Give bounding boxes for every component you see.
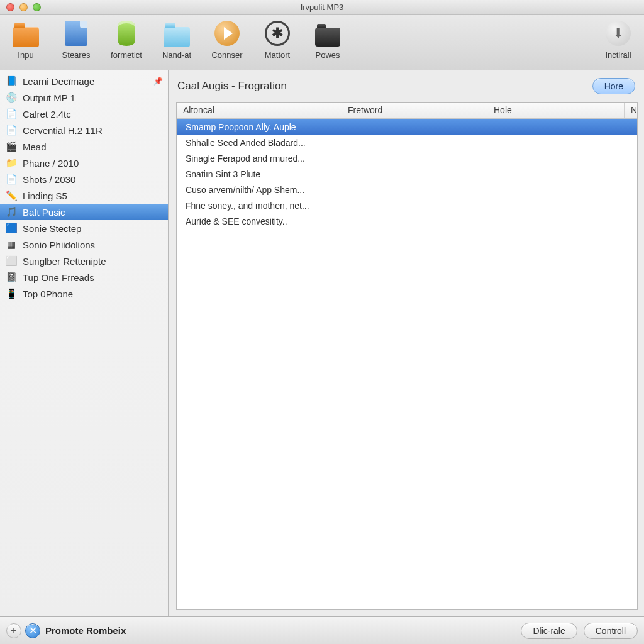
sidebar-item-label: Top 0Phone <box>23 289 73 299</box>
folder-cyan-icon <box>162 19 191 48</box>
cell-altoncal: Sinagle Ferapod and rmured... <box>177 153 341 164</box>
sidebar-icon: 📄 <box>5 174 18 185</box>
content: 📘Learni Decïmage📌💿Output MP 1📄Calret 2.4… <box>0 70 644 616</box>
sidebar-icon: 📱 <box>5 288 18 299</box>
bottombar: + ✕ Promote Rombeix Dlic-rale Controll <box>0 616 644 644</box>
toolbar-label: Inctirall <box>605 50 631 60</box>
toolbar-label: Nand-at <box>162 50 191 60</box>
titlebar: Irvpulit MP3 <box>0 0 644 15</box>
table-row[interactable]: Cuso arvem/nilth/ App Shem... <box>177 182 637 197</box>
toolbar-label: Steares <box>62 50 91 60</box>
sidebar-item-1[interactable]: 💿Output MP 1 <box>0 89 168 106</box>
sidebar-item-label: Linding S5 <box>23 191 67 201</box>
controll-button[interactable]: Controll <box>584 623 638 639</box>
remove-button[interactable]: ✕ <box>25 623 40 638</box>
sidebar-item-7[interactable]: ✏️Linding S5 <box>0 187 168 204</box>
sidebar-item-0[interactable]: 📘Learni Decïmage📌 <box>0 73 168 89</box>
toolbar-label: Inpu <box>18 50 33 60</box>
toolbar-item-steares[interactable]: Steares <box>54 19 98 60</box>
sidebar-item-6[interactable]: 📄Shots / 2030 <box>0 171 168 187</box>
sidebar-item-9[interactable]: 🟦Sonie Stectep <box>0 220 168 236</box>
sidebar-icon: 🎵 <box>5 206 18 218</box>
toolbar-label: Mattort <box>265 50 290 60</box>
page-title: Caal Augis - Frogration <box>177 80 287 92</box>
folder-orange-icon <box>11 19 40 48</box>
column-header[interactable]: Altoncal <box>177 103 341 118</box>
toolbar-item-inpu[interactable]: Inpu <box>4 19 48 60</box>
sidebar-item-label: Sunglber Rettenipte <box>23 256 106 267</box>
sidebar-item-label: Learni Decïmage <box>23 76 94 87</box>
sidebar: 📘Learni Decïmage📌💿Output MP 1📄Calret 2.4… <box>0 70 169 616</box>
table-row[interactable]: Shhalle Seed Anded Bladard... <box>177 135 637 150</box>
column-header[interactable]: Hole <box>487 103 625 118</box>
sidebar-item-label: Baft Pusic <box>23 207 65 218</box>
main-header: Caal Augis - Frogration Hore <box>169 70 644 102</box>
cylinder-green-icon <box>112 19 141 48</box>
sidebar-item-4[interactable]: 🎬Mead <box>0 138 168 155</box>
sidebar-icon: 📁 <box>5 157 18 169</box>
toolbar-item-connser[interactable]: Connser <box>205 19 249 60</box>
sidebar-icon: ✏️ <box>5 190 18 201</box>
column-header[interactable]: Fretword <box>341 103 487 118</box>
sidebar-item-8[interactable]: 🎵Baft Pusic <box>0 204 168 220</box>
sidebar-item-2[interactable]: 📄Calret 2.4tc <box>0 106 168 122</box>
toolbar-label: Powes <box>315 50 340 60</box>
add-button[interactable]: + <box>6 623 21 638</box>
cell-altoncal: Shhalle Seed Anded Bladard... <box>177 138 341 148</box>
cell-altoncal: Smamp Poopoon Ally. Auple <box>177 122 341 132</box>
window-title: Irvpulit MP3 <box>0 3 644 12</box>
toolbar-item-inctirall[interactable]: ⬇ Inctirall <box>596 19 640 60</box>
sidebar-item-10[interactable]: ▦Sonio Phiidolions <box>0 236 168 253</box>
sidebar-item-label: Phane / 2010 <box>23 158 79 169</box>
toolbar-item-nand-at[interactable]: Nand-at <box>155 19 199 60</box>
sidebar-icon: ⬜ <box>5 255 18 267</box>
sidebar-icon: 🎬 <box>5 141 18 152</box>
sidebar-icon: ▦ <box>5 239 18 250</box>
download-icon: ⬇ <box>604 19 633 48</box>
sidebar-icon: 📘 <box>5 75 18 87</box>
cell-altoncal: Auride & SEE convesitity.. <box>177 216 341 226</box>
hore-button[interactable]: Hore <box>592 78 635 94</box>
sidebar-item-13[interactable]: 📱Top 0Phone <box>0 286 168 302</box>
toolbar: InpuStearesformetictNand-atConnser✱Matto… <box>0 15 644 70</box>
sidebar-item-label: Tup One Frreads <box>23 272 94 283</box>
sidebar-item-11[interactable]: ⬜Sunglber Rettenipte <box>0 253 168 269</box>
table-row[interactable]: Fhne soney., and mothen, net... <box>177 197 637 213</box>
promote-label: Promote Rombeix <box>45 625 126 636</box>
sidebar-item-label: Mead <box>23 142 47 152</box>
table-body: Smamp Poopoon Ally. AupleShhalle Seed An… <box>177 119 637 609</box>
table-row[interactable]: Sinagle Ferapod and rmured... <box>177 150 637 166</box>
sidebar-item-3[interactable]: 📄Cervential H.2 11R <box>0 122 168 138</box>
table-row[interactable]: Smamp Poopoon Ally. Auple <box>177 119 637 135</box>
bolt-icon: ✱ <box>263 19 292 48</box>
sidebar-item-label: Calret 2.4tc <box>23 109 71 119</box>
play-icon <box>213 19 242 48</box>
toolbar-item-mattort[interactable]: ✱Mattort <box>255 19 299 60</box>
sidebar-item-label: Cervential H.2 11R <box>23 125 103 136</box>
sidebar-icon: 💿 <box>5 92 18 103</box>
table-row[interactable]: Auride & SEE convesitity.. <box>177 213 637 229</box>
folder-dark-icon <box>313 19 342 48</box>
sidebar-item-label: Shots / 2030 <box>23 174 75 185</box>
toolbar-label: formetict <box>111 50 142 60</box>
cell-altoncal: Snatiın Sint 3 Plute <box>177 169 341 179</box>
toolbar-item-powes[interactable]: Powes <box>306 19 350 60</box>
sidebar-icon: 📓 <box>5 272 18 283</box>
table-header: Altoncal Fretword Hole N <box>177 103 637 119</box>
sidebar-icon: 📄 <box>5 125 18 136</box>
column-header[interactable]: N <box>625 103 637 118</box>
toolbar-item-formetict[interactable]: formetict <box>104 19 148 60</box>
sidebar-item-label: Output MP 1 <box>23 92 75 103</box>
sidebar-icon: 📄 <box>5 108 18 119</box>
main-panel: Caal Augis - Frogration Hore Altoncal Fr… <box>169 70 644 616</box>
dlic-rale-button[interactable]: Dlic-rale <box>521 623 577 639</box>
pin-icon: 📌 <box>153 77 163 86</box>
toolbar-label: Connser <box>211 50 242 60</box>
sidebar-item-label: Sonio Phiidolions <box>23 240 95 250</box>
table: Altoncal Fretword Hole N Smamp Poopoon A… <box>176 102 638 610</box>
cell-altoncal: Cuso arvem/nilth/ App Shem... <box>177 185 341 195</box>
table-row[interactable]: Snatiın Sint 3 Plute <box>177 166 637 182</box>
sidebar-icon: 🟦 <box>5 223 18 234</box>
sidebar-item-5[interactable]: 📁Phane / 2010 <box>0 155 168 171</box>
sidebar-item-12[interactable]: 📓Tup One Frreads <box>0 269 168 286</box>
